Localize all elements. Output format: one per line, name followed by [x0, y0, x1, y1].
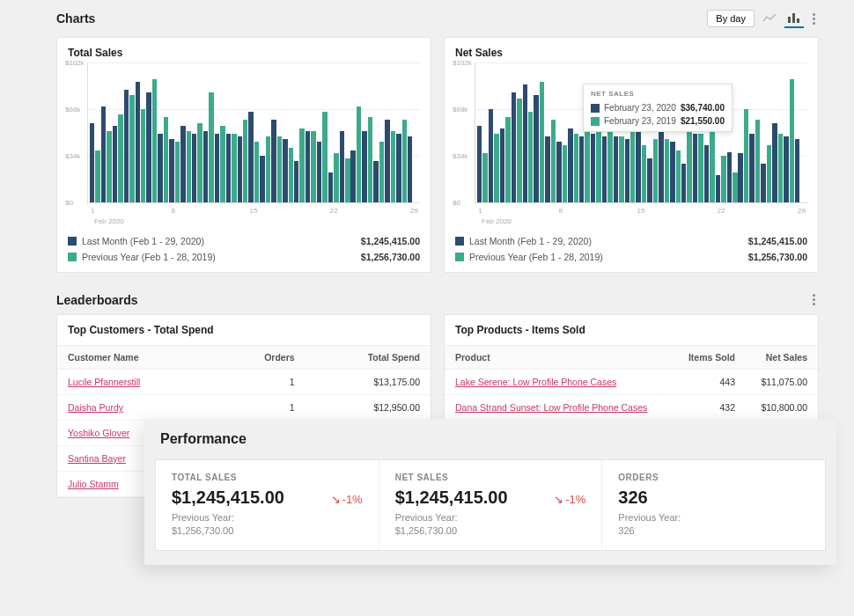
customer-link[interactable]: Lucile Pfannerstill	[68, 377, 140, 387]
bar[interactable]	[306, 131, 310, 202]
bar[interactable]	[350, 150, 355, 202]
bar-chart-icon[interactable]	[784, 9, 804, 28]
bar[interactable]	[744, 109, 748, 202]
bar[interactable]	[551, 120, 556, 202]
bar[interactable]	[197, 123, 202, 202]
bar[interactable]	[517, 99, 521, 202]
bar[interactable]	[676, 150, 681, 202]
bar[interactable]	[790, 79, 794, 202]
bar[interactable]	[693, 134, 697, 202]
bar[interactable]	[659, 123, 663, 202]
bar[interactable]	[647, 158, 652, 202]
bar[interactable]	[579, 136, 584, 202]
bar[interactable]	[585, 126, 589, 202]
bar[interactable]	[749, 134, 754, 202]
bar[interactable]	[653, 139, 658, 202]
bar[interactable]	[101, 106, 106, 202]
bar[interactable]	[260, 156, 264, 202]
bar[interactable]	[545, 136, 549, 202]
product-link[interactable]: Dana Strand Sunset: Low Profile Phone Ca…	[455, 402, 647, 413]
bar[interactable]	[232, 134, 236, 202]
bar[interactable]	[238, 136, 242, 202]
bar[interactable]	[203, 131, 208, 202]
bar[interactable]	[494, 134, 498, 202]
bar[interactable]	[277, 136, 282, 202]
bar[interactable]	[402, 120, 407, 202]
bar[interactable]	[716, 175, 720, 202]
bar[interactable]	[180, 126, 185, 202]
bar[interactable]	[681, 164, 686, 202]
bar[interactable]	[795, 139, 799, 202]
bar[interactable]	[379, 142, 384, 202]
customer-link[interactable]: Daisha Purdy	[68, 402, 123, 413]
bar[interactable]	[505, 117, 510, 202]
perf-card-orders[interactable]: ORDERS 326 Previous Year:326	[602, 460, 825, 550]
bar[interactable]	[574, 134, 578, 202]
line-chart-icon[interactable]	[760, 9, 779, 28]
bar[interactable]	[591, 134, 595, 202]
bar[interactable]	[340, 131, 344, 202]
bar[interactable]	[254, 142, 259, 202]
bar[interactable]	[248, 112, 253, 202]
bar[interactable]	[107, 131, 111, 202]
bar[interactable]	[209, 92, 213, 202]
col-header[interactable]: Total Spend	[306, 346, 431, 370]
bar[interactable]	[778, 134, 783, 202]
bar[interactable]	[283, 139, 287, 202]
col-header[interactable]: Product	[445, 346, 673, 370]
bar[interactable]	[345, 158, 350, 202]
bar[interactable]	[738, 153, 742, 202]
bar[interactable]	[767, 145, 771, 202]
bar[interactable]	[164, 117, 168, 202]
col-header[interactable]: Net Sales	[746, 346, 818, 370]
bar[interactable]	[477, 126, 482, 202]
bar[interactable]	[322, 112, 327, 202]
bar[interactable]	[727, 152, 732, 202]
bar[interactable]	[540, 82, 544, 202]
product-link[interactable]: Lake Serene: Low Profile Phone Cases	[455, 377, 616, 387]
bar[interactable]	[396, 134, 401, 202]
bar[interactable]	[385, 120, 389, 202]
bar[interactable]	[294, 161, 298, 202]
kebab-menu-icon[interactable]	[809, 10, 819, 28]
perf-card-net-sales[interactable]: NET SALES $1,245,415.00 ↘-1% Previous Ye…	[379, 460, 603, 550]
bar[interactable]	[556, 142, 561, 202]
bar[interactable]	[192, 134, 196, 202]
bar[interactable]	[704, 145, 709, 202]
bar[interactable]	[563, 145, 567, 202]
bar[interactable]	[607, 128, 612, 202]
bar[interactable]	[721, 156, 725, 202]
bar[interactable]	[187, 131, 191, 202]
customer-link[interactable]: Santina Bayer	[68, 453, 126, 464]
perf-card-total-sales[interactable]: TOTAL SALES $1,245,415.00 ↘-1% Previous …	[156, 460, 379, 550]
bar[interactable]	[95, 150, 99, 202]
bar[interactable]	[373, 161, 378, 202]
bar[interactable]	[334, 153, 338, 202]
bar[interactable]	[642, 145, 646, 202]
bar[interactable]	[614, 136, 618, 202]
bar[interactable]	[602, 136, 607, 202]
bar[interactable]	[489, 109, 493, 202]
bar[interactable]	[784, 136, 788, 202]
bar[interactable]	[124, 90, 129, 202]
bar[interactable]	[317, 142, 321, 202]
bar[interactable]	[523, 84, 527, 202]
bar[interactable]	[755, 120, 760, 202]
by-day-button[interactable]: By day	[707, 10, 755, 27]
bar[interactable]	[368, 117, 372, 202]
bar[interactable]	[118, 114, 122, 202]
bar[interactable]	[289, 148, 293, 202]
bar[interactable]	[152, 79, 157, 202]
bar[interactable]	[90, 123, 94, 202]
bar[interactable]	[266, 136, 270, 202]
kebab-menu-icon[interactable]	[809, 290, 819, 309]
bar[interactable]	[141, 109, 145, 202]
bar[interactable]	[733, 172, 737, 202]
bar[interactable]	[687, 131, 691, 202]
bar[interactable]	[534, 95, 538, 202]
bar[interactable]	[670, 142, 674, 202]
bar[interactable]	[362, 131, 366, 202]
bar[interactable]	[311, 131, 315, 202]
bar[interactable]	[271, 120, 276, 202]
bar[interactable]	[512, 92, 516, 202]
